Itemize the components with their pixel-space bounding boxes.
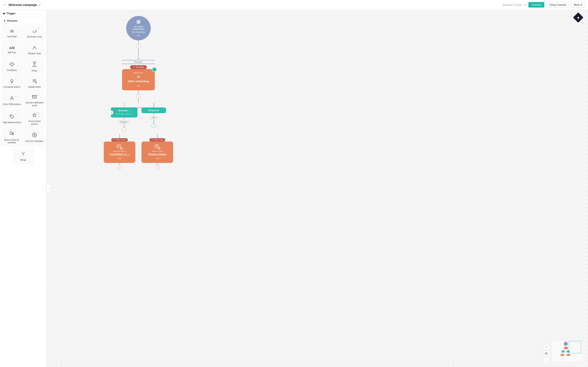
zoom-out-button[interactable]: － [544, 357, 549, 363]
sidebar-item-label: Delay [32, 69, 37, 72]
trigger-section-header[interactable]: ▶ Trigger [0, 10, 46, 17]
sidebar-item-zoho-crm-actions[interactable]: ≡ Zoho CRM actions [1, 92, 23, 109]
message-dots[interactable]: ••• [125, 84, 152, 87]
zoho-crm-actions-icon: ≡ [9, 96, 14, 102]
edit-icon[interactable]: ✏ [39, 3, 41, 6]
sidebar-item-delay[interactable]: Delay [24, 59, 46, 75]
page-title: Welcome campaign [9, 3, 37, 7]
add-to-list-icon [144, 144, 171, 150]
sidebar-item-list-based-actions[interactable]: ≡ List based actions [1, 75, 23, 92]
sidebar-item-score-based-actions[interactable]: ≡ Score based actions [24, 110, 46, 128]
sidebar-item-label: Conditions [7, 69, 17, 72]
delay-1-hour[interactable]: ⏱ After 1 hour [111, 138, 128, 142]
process-section-header[interactable]: ▼ Process [0, 17, 46, 25]
sidebar-item-label: Exit from Workflow [26, 140, 43, 143]
add-to-list-dots[interactable]: ••• [144, 157, 171, 160]
chevron-orange-button[interactable]: ∨ [136, 94, 141, 99]
message-node[interactable]: ✓ MESSAGE ✉ Zylker onboarding ••• [122, 69, 155, 90]
svg-line-20 [36, 83, 37, 83]
response-node[interactable]: Response [141, 108, 166, 113]
svg-line-1 [33, 47, 35, 48]
message-type-label: MESSAGE [125, 72, 152, 74]
chevron-update-field-button[interactable]: ∨ [117, 165, 122, 169]
zoom-in-button[interactable]: ＋ [544, 344, 549, 350]
process-label: Process [133, 60, 144, 64]
delay-1-day[interactable]: ⏱ After 1 day [149, 138, 165, 142]
svg-rect-34 [117, 145, 121, 148]
more-button[interactable]: More ▾ [571, 2, 585, 8]
unresponded-tag: Unrespo... [118, 120, 130, 124]
sidebar-item-label: Tags based actions [3, 121, 21, 124]
conditions-icon [9, 62, 15, 68]
toggle-sidebar-button[interactable]: ‹ [47, 184, 51, 192]
delay-label: No delay [136, 66, 144, 68]
update-field-dots[interactable]: ••• [106, 157, 133, 160]
line [124, 117, 124, 119]
svg-line-2 [35, 47, 36, 48]
activate-button[interactable]: Activate [528, 2, 544, 8]
refresh-icon[interactable]: ↻ [524, 3, 526, 7]
update-field-node[interactable]: UPDATE FIELD "Lead Status" to "... ••• [104, 142, 135, 163]
reminder-node[interactable]: 1 Reminder ... ⏱ ⏱ After 1 day ⓘ [111, 108, 138, 117]
score-based-actions-icon: ≡ [32, 113, 37, 119]
sidebar-item-internal-notification-email[interactable]: ≡ Internal notification email [24, 92, 46, 109]
sidebar-item-tags-based-actions[interactable]: ≡ Tags based actions [1, 110, 23, 128]
sidebar-item-label: Random Split [28, 52, 41, 55]
sidebar-item-send-mail[interactable]: ✉ Send Mail [1, 25, 23, 42]
update-field-type: UPDATE FIELD [106, 150, 133, 152]
process-section-divider: Process [122, 60, 155, 64]
reminder-number: 1 [109, 110, 113, 115]
teal-line2 [154, 119, 154, 123]
delay-node[interactable]: ⏱ No delay [130, 65, 147, 69]
sidebar-item-label: Update fields [28, 86, 41, 89]
line [157, 163, 158, 165]
update-field-icon [106, 144, 133, 150]
sidebar-item-conditions[interactable]: Conditions [1, 59, 23, 75]
info-icon[interactable]: ⓘ [130, 113, 132, 115]
chevron-add-to-list-button[interactable]: ∨ [155, 165, 160, 169]
minimap [551, 341, 584, 363]
add-to-list-node[interactable]: ADD TO LIST Product updates ••• [141, 142, 173, 163]
canvas[interactable]: ‹ ◆ ▦ ON FORM SUBMISSION Any signup form… [47, 10, 588, 367]
svg-rect-8 [33, 62, 36, 62]
saved-status: Saved at 7:21 pm [503, 3, 522, 6]
zoom-controls: ＋ － [544, 344, 549, 363]
add-to-list-branch: ⏱ After 1 day ADD TO LIST Product update… [141, 134, 173, 169]
sidebar-item-label: List based actions [3, 86, 20, 89]
trigger-dots[interactable]: ••• [137, 34, 140, 38]
sidebar-item-reminder-loop[interactable]: ≡ Reminder Loop [24, 25, 46, 42]
chevron-left-branch-button[interactable]: ∨ [122, 128, 126, 132]
reminder-loop-icon: ≡ [32, 29, 37, 34]
minimap-reminder [562, 350, 564, 352]
svg-rect-38 [155, 145, 158, 148]
merge-icon [21, 152, 26, 157]
update-field-name: "Lead Status" to "... [106, 153, 133, 155]
list-based-actions-icon: ≡ [9, 79, 14, 84]
sidebar-item-update-fields[interactable]: Update fields [24, 75, 46, 92]
zoom-reset-button[interactable] [544, 351, 549, 356]
reminder-clock-icon: ⏱ [116, 113, 118, 115]
svg-rect-24 [10, 132, 12, 134]
message-envelope-icon: ✉ [125, 75, 152, 79]
svg-rect-9 [33, 66, 36, 67]
back-button[interactable]: ← [3, 3, 7, 7]
message-name: Zylker onboarding [125, 80, 152, 83]
reminder-delay-label: ⏱ ⏱ After 1 day ⓘ [114, 112, 135, 115]
line [154, 113, 154, 115]
minimap-add-to-list [567, 354, 570, 356]
dashed-line-left [124, 103, 124, 108]
sidebar-item-exit-from-workflow[interactable]: ≡ Exit from Workflow [24, 129, 46, 147]
sidebar-item-merge[interactable]: Merge [13, 149, 34, 165]
chevron-right-branch-button[interactable]: ∨ [151, 123, 156, 128]
sidebar-item-random-split[interactable]: Random Split [24, 42, 46, 58]
line [138, 49, 139, 57]
header-right: Saved at 7:21 pm ↻ Activate Close Canvas… [503, 2, 585, 8]
sidebar-item-label: Send Mail [7, 35, 17, 38]
close-canvas-button[interactable]: Close Canvas [546, 2, 569, 8]
line [120, 163, 120, 165]
trigger-node[interactable]: ▦ ON FORM SUBMISSION Any signup form ••• [126, 16, 151, 40]
sidebar-item-ab-test[interactable]: A/B A/B Test [1, 42, 23, 58]
sidebar-item-label: Score based actions [25, 120, 44, 125]
sidebar-item-move-to-end-of-workflow[interactable]: Move to End-of-workflow [1, 129, 23, 147]
chevron-down-button-1[interactable]: ∨ [136, 44, 141, 49]
